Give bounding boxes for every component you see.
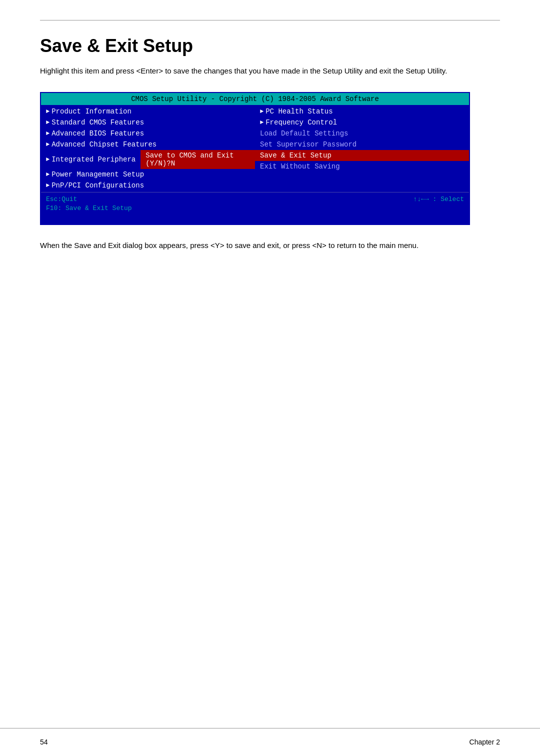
arrow-icon: ► xyxy=(260,108,264,115)
arrow-icon: ► xyxy=(46,141,50,148)
arrow-icon: ► xyxy=(46,130,50,137)
arrow-icon: ► xyxy=(260,119,264,126)
integrated-row: ► Integrated Periphera Save to CMOS and … xyxy=(41,150,255,169)
esc-quit-label: Esc:Quit xyxy=(46,194,77,205)
bios-left-col: ► Product Information ► Standard CMOS Fe… xyxy=(41,105,255,192)
menu-item-product-info[interactable]: ► Product Information xyxy=(41,106,255,117)
menu-item-label: Save & Exit Setup xyxy=(260,152,332,160)
menu-item-standard-cmos[interactable]: ► Standard CMOS Features xyxy=(41,117,255,128)
page-container: Save & Exit Setup Highlight this item an… xyxy=(0,0,540,282)
bios-footer: Esc:Quit ↑↓←→ : Select F10: Save & Exit … xyxy=(41,192,469,214)
menu-item-power-management[interactable]: ► Power Management Setup xyxy=(41,169,255,180)
menu-item-label: Integrated Periphera xyxy=(52,156,136,164)
menu-item-pnp-pci[interactable]: ► PnP/PCI Configurations xyxy=(41,180,255,191)
menu-item-label: Load Default Settings xyxy=(260,130,348,138)
bios-right-col: ► PC Health Status ► Frequency Control L… xyxy=(255,105,469,192)
menu-item-frequency-control[interactable]: ► Frequency Control xyxy=(255,117,469,128)
top-divider xyxy=(40,20,500,20)
arrow-icon: ► xyxy=(46,108,50,115)
bios-title-bar: CMOS Setup Utility - Copyright (C) 1984-… xyxy=(41,93,469,105)
menu-item-save-exit[interactable]: Save & Exit Setup xyxy=(255,150,469,161)
description-text: Highlight this item and press <Enter> to… xyxy=(40,66,490,77)
arrow-icon: ► xyxy=(46,171,50,178)
footer-bar: 54 Chapter 2 xyxy=(40,738,500,746)
bottom-divider xyxy=(0,728,540,728)
menu-item-label: Advanced BIOS Features xyxy=(52,130,144,138)
menu-item-advanced-chipset[interactable]: ► Advanced Chipset Features xyxy=(41,139,255,150)
bios-footer-row1: Esc:Quit ↑↓←→ : Select xyxy=(46,194,464,205)
menu-item-label: Frequency Control xyxy=(266,118,337,126)
menu-item-label: PC Health Status xyxy=(266,108,332,116)
menu-item-label: Set Supervisor Password xyxy=(260,140,356,148)
menu-item-label: Exit Without Saving xyxy=(260,162,340,170)
bios-screen: CMOS Setup Utility - Copyright (C) 1984-… xyxy=(40,92,470,226)
menu-item-set-supervisor[interactable]: Set Supervisor Password xyxy=(255,139,469,150)
menu-item-exit-without[interactable]: Exit Without Saving xyxy=(255,161,469,172)
menu-item-label: PnP/PCI Configurations xyxy=(52,182,144,190)
bios-menu-area: ► Product Information ► Standard CMOS Fe… xyxy=(41,105,469,192)
arrow-icon: ► xyxy=(46,182,50,189)
bios-bottom-empty xyxy=(41,214,469,224)
second-description: When the Save and Exit dialog box appear… xyxy=(40,240,490,252)
menu-item-label: Product Information xyxy=(52,108,132,116)
page-title: Save & Exit Setup xyxy=(40,36,500,56)
nav-select-label: ↑↓←→ : Select xyxy=(414,194,464,205)
arrow-icon: ► xyxy=(46,119,50,126)
bios-dialog-popup: Save to CMOS and Exit (Y/N)?N xyxy=(140,150,255,169)
menu-item-pc-health[interactable]: ► PC Health Status xyxy=(255,106,469,117)
menu-item-label: Standard CMOS Features xyxy=(52,118,144,126)
menu-item-integrated[interactable]: ► Integrated Periphera xyxy=(41,154,140,165)
chapter-label: Chapter 2 xyxy=(470,738,500,746)
arrow-icon: ► xyxy=(46,156,50,163)
menu-item-load-default[interactable]: Load Default Settings xyxy=(255,128,469,139)
menu-item-label: Power Management Setup xyxy=(52,170,144,178)
bios-footer-row2: F10: Save & Exit Setup xyxy=(46,204,464,212)
menu-item-advanced-bios[interactable]: ► Advanced BIOS Features xyxy=(41,128,255,139)
menu-item-label: Advanced Chipset Features xyxy=(52,140,156,148)
page-number: 54 xyxy=(40,738,48,746)
